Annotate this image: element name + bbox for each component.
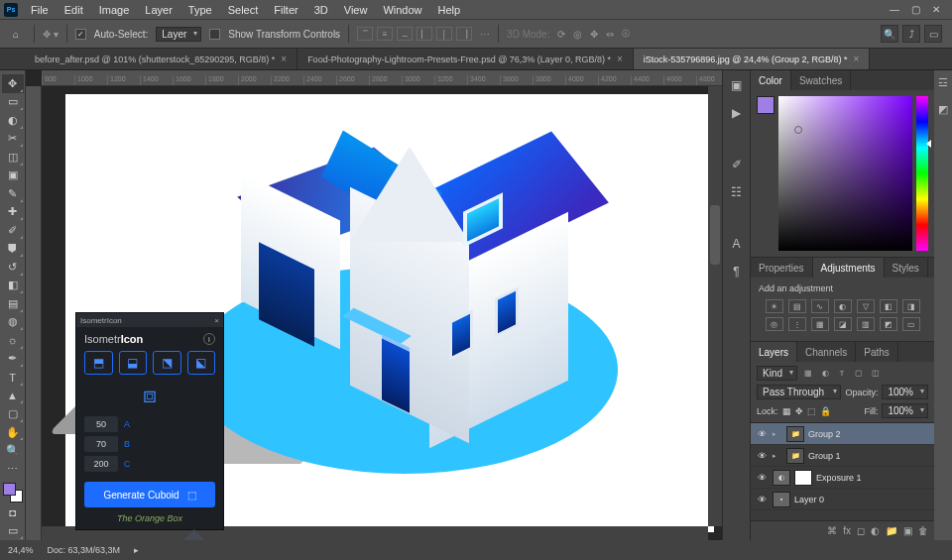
lock-pixels-icon[interactable]: ▦	[782, 406, 791, 416]
path-select-tool[interactable]: ▲	[2, 387, 24, 405]
isometricon-panel[interactable]: IsometrIcon × IsometrIcon i ⬒ ⬓ ⬔ ⬕ ⧈ 50…	[75, 312, 224, 530]
paragraph-panel-icon[interactable]: ¶	[728, 263, 746, 280]
menu-layer[interactable]: Layer	[138, 2, 179, 18]
mask-thumb[interactable]	[794, 470, 812, 486]
align-left-icon[interactable]: ▏	[416, 27, 432, 41]
hand-tool[interactable]: ✋	[2, 423, 24, 442]
adj-brightness-icon[interactable]: ☀	[766, 299, 783, 313]
visibility-icon[interactable]: 👁	[755, 495, 769, 504]
expand-icon[interactable]: ▸	[773, 430, 782, 438]
frame-tool[interactable]: ▣	[2, 167, 24, 185]
generate-cuboid-button[interactable]: Generate Cuboid⬚	[84, 482, 215, 507]
menu-3d[interactable]: 3D	[307, 2, 335, 18]
opacity-input[interactable]: 100%	[882, 385, 928, 399]
lasso-tool[interactable]: ◐	[2, 111, 24, 130]
move-tool[interactable]: ✥	[2, 74, 24, 93]
adj-levels-icon[interactable]: ▤	[788, 299, 806, 313]
lock-artboard-icon[interactable]: ⬚	[807, 406, 816, 416]
align-hcenter-icon[interactable]: │	[436, 27, 452, 41]
quickmask-icon[interactable]: ◘	[2, 504, 24, 522]
zoom-level[interactable]: 24,4%	[8, 545, 34, 555]
tab-paths[interactable]: Paths	[856, 342, 898, 362]
menu-image[interactable]: Image	[92, 2, 137, 18]
filter-shape-icon[interactable]: ▢	[852, 368, 866, 380]
filter-adjust-icon[interactable]: ◐	[818, 368, 832, 380]
3d-orbit-icon[interactable]: ⟳	[557, 29, 565, 40]
dim-c-input[interactable]: 200	[84, 456, 118, 472]
menu-edit[interactable]: Edit	[58, 2, 90, 18]
gradient-tool[interactable]: ▤	[2, 294, 24, 313]
new-layer-icon[interactable]: ▣	[903, 525, 912, 536]
filter-type-icon[interactable]: T	[835, 368, 849, 380]
new-adjustment-icon[interactable]: ◐	[871, 525, 880, 536]
layer-name[interactable]: Group 1	[808, 451, 841, 461]
tab-properties[interactable]: Properties	[751, 258, 813, 278]
document-tab[interactable]: before_after.psd @ 101% (shutterstock_85…	[25, 49, 298, 69]
menu-window[interactable]: Window	[376, 2, 428, 18]
filter-smart-icon[interactable]: ◫	[869, 368, 883, 380]
window-minimize-icon[interactable]: —	[890, 4, 899, 15]
iso-face-right-button[interactable]: ⬓	[119, 351, 148, 375]
adj-curves-icon[interactable]: ∿	[811, 299, 829, 313]
layer-mask-icon[interactable]: ◻	[857, 525, 865, 536]
adj-channel-mixer-icon[interactable]: ⋮	[788, 317, 806, 331]
visibility-icon[interactable]: 👁	[755, 451, 769, 461]
menu-type[interactable]: Type	[181, 2, 219, 18]
foreground-swatch[interactable]	[757, 96, 774, 114]
pen-tool[interactable]: ✒	[2, 350, 24, 369]
3d-roll-icon[interactable]: ◎	[573, 29, 582, 40]
doc-size[interactable]: Doc: 63,3M/63,3M	[48, 545, 121, 555]
learn-icon[interactable]: ◩	[938, 103, 948, 116]
isometricon-titlebar[interactable]: IsometrIcon ×	[76, 313, 223, 327]
fill-input[interactable]: 100%	[882, 403, 928, 418]
close-icon[interactable]: ×	[854, 54, 860, 64]
adj-vibrance-icon[interactable]: ▽	[857, 299, 875, 313]
iso-face-front-button[interactable]: ⬕	[187, 351, 216, 375]
blend-mode-dropdown[interactable]: Pass Through	[757, 385, 841, 399]
menu-file[interactable]: File	[24, 2, 56, 18]
dim-a-input[interactable]: 50	[84, 416, 118, 432]
wireframe-cube-icon[interactable]: ⧈	[76, 375, 223, 416]
align-right-icon[interactable]: ▕	[456, 27, 472, 41]
link-layers-icon[interactable]: ⌘	[827, 525, 837, 536]
shape-tool[interactable]: ▢	[2, 404, 24, 423]
eraser-tool[interactable]: ◧	[2, 277, 24, 295]
adj-threshold-icon[interactable]: ◩	[880, 317, 897, 331]
status-arrow-icon[interactable]: ▸	[134, 545, 139, 555]
history-brush-tool[interactable]: ↺	[2, 258, 24, 277]
align-bottom-icon[interactable]: ⎽	[397, 27, 413, 41]
lock-position-icon[interactable]: ✥	[795, 406, 803, 416]
adj-gradient-map-icon[interactable]: ▭	[902, 317, 920, 331]
screenmode-icon[interactable]: ▭	[2, 521, 24, 540]
auto-select-checkbox[interactable]: ✓	[75, 29, 86, 40]
foreground-background-swatch[interactable]	[2, 482, 24, 503]
healing-tool[interactable]: ✚	[2, 203, 24, 222]
quick-select-tool[interactable]: ✂	[2, 130, 24, 149]
layer-row[interactable]: 👁 ◐ Exposure 1	[751, 467, 934, 489]
brush-tool[interactable]: ✐	[2, 221, 24, 240]
lock-all-icon[interactable]: 🔒	[820, 406, 831, 416]
3d-pan-icon[interactable]: ✥	[590, 29, 598, 40]
menu-view[interactable]: View	[337, 2, 375, 18]
tab-swatches[interactable]: Swatches	[791, 70, 851, 90]
adj-lookup-icon[interactable]: ▦	[811, 317, 829, 331]
tab-styles[interactable]: Styles	[885, 258, 928, 278]
align-vcenter-icon[interactable]: ≡	[377, 27, 393, 41]
marquee-tool[interactable]: ▭	[2, 93, 24, 112]
share-icon[interactable]: ⤴	[902, 25, 920, 43]
layer-kind-dropdown[interactable]: Kind	[757, 366, 797, 381]
visibility-icon[interactable]: 👁	[755, 473, 769, 483]
panel-close-icon[interactable]: ×	[214, 316, 219, 325]
menu-help[interactable]: Help	[431, 2, 468, 18]
layer-row[interactable]: 👁 ▸ 📁 Group 2	[751, 423, 934, 445]
tab-color[interactable]: Color	[751, 70, 791, 90]
document-tab[interactable]: Food-Photography-Lightroom-Presets-Free.…	[298, 49, 634, 69]
window-close-icon[interactable]: ✕	[932, 4, 940, 15]
zoom-tool[interactable]: 🔍	[2, 441, 24, 460]
3d-zoom-icon[interactable]: ⦾	[622, 28, 630, 40]
tab-channels[interactable]: Channels	[797, 342, 856, 362]
new-group-icon[interactable]: 📁	[886, 525, 897, 536]
iso-face-left-button[interactable]: ⬒	[84, 351, 113, 375]
blur-tool[interactable]: ◍	[2, 313, 24, 332]
character-panel-icon[interactable]: A	[728, 235, 746, 253]
